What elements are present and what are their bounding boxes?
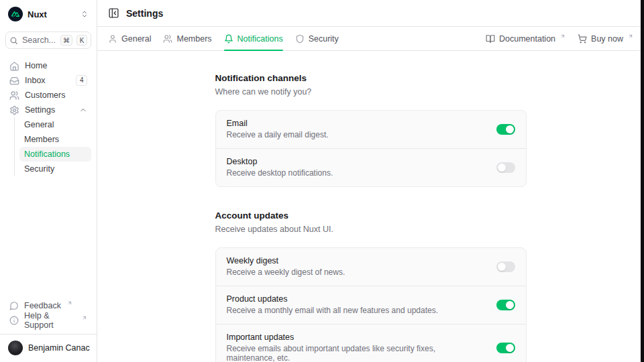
notification-setting-row: Email Receive a daily email digest. [216, 111, 526, 148]
notification-setting-row: Desktop Receive desktop notifications. [216, 148, 526, 186]
toggle-knob [498, 263, 506, 271]
toggle-knob [506, 344, 514, 352]
user-icon [108, 34, 117, 44]
sidebar-item-label: Feedback [24, 301, 61, 310]
section-title: Account updates [215, 210, 527, 221]
search-placeholder: Search... [22, 36, 56, 45]
toggle-switch[interactable] [496, 343, 515, 353]
tab-label: Members [176, 34, 211, 44]
settings-submenu: General Members Notifications Security [14, 117, 91, 176]
window-scrollbar[interactable] [641, 0, 644, 362]
sidebar-item-inbox[interactable]: Inbox 4 [5, 73, 91, 88]
workspace-name: Nuxt [28, 9, 47, 19]
bell-icon [224, 34, 233, 44]
row-text: Important updates Receive emails about i… [227, 333, 486, 362]
toggle-switch[interactable] [496, 124, 515, 135]
toggle-switch[interactable] [496, 261, 515, 272]
app-window: Nuxt Search... ⌘ K Home Inbox [0, 0, 644, 362]
sidebar-item-label: Help & Support [24, 311, 76, 330]
user-name: Benjamin Canac [28, 343, 90, 353]
sidebar-subitem-label: Notifications [24, 149, 70, 159]
row-label: Important updates [227, 333, 486, 342]
shield-icon [295, 34, 305, 44]
external-link-icon [628, 34, 633, 39]
section-title: Notification channels [215, 73, 527, 83]
users-icon [163, 34, 172, 44]
external-link-icon [82, 315, 87, 320]
section-description: Where can we notify you? [215, 87, 527, 97]
row-description: Receive emails about important updates l… [227, 344, 486, 362]
message-circle-icon [9, 301, 19, 310]
sidebar-subitem-notifications[interactable]: Notifications [19, 147, 91, 162]
toggle-knob [506, 125, 514, 133]
sidebar-item-label: Inbox [25, 76, 46, 85]
sidebar-item-label: Customers [25, 90, 65, 100]
sidebar-subitem-label: Members [24, 135, 59, 144]
row-label: Desktop [227, 157, 486, 166]
sidebar-item-home[interactable]: Home [5, 58, 91, 73]
sidebar-nav: Home Inbox 4 Customers Settings [5, 58, 91, 176]
settings-sections: Notification channels Where can we notif… [215, 73, 527, 362]
sidebar-item-settings[interactable]: Settings [5, 103, 91, 117]
sidebar-item-help-support[interactable]: Help & Support [5, 313, 91, 328]
sidebar-collapse-button[interactable] [108, 7, 119, 19]
toggle-switch[interactable] [496, 162, 515, 173]
external-link-icon [67, 300, 72, 306]
sidebar-subitem-label: Security [24, 164, 54, 174]
buy-now-button[interactable]: Buy now [578, 34, 633, 44]
row-text: Product updates Receive a monthly email … [227, 294, 486, 315]
sidebar-subitem-general[interactable]: General [19, 117, 91, 132]
notification-setting-row: Product updates Receive a monthly email … [216, 286, 526, 324]
gear-icon [9, 105, 19, 115]
tab-security[interactable]: Security [295, 27, 339, 50]
settings-tabs: General Members Notifications Security [97, 27, 644, 51]
inbox-count-badge: 4 [76, 75, 87, 86]
settings-section: Notification channels Where can we notif… [215, 73, 527, 187]
shopping-cart-icon [578, 34, 587, 44]
inbox-icon [9, 76, 19, 86]
row-text: Email Receive a daily email digest. [227, 119, 486, 139]
avatar [8, 341, 23, 355]
documentation-link[interactable]: Documentation [486, 34, 566, 44]
row-description: Receive desktop notifications. [227, 168, 486, 178]
settings-section: Account updates Receive updates about Nu… [215, 210, 527, 362]
info-circle-icon [9, 316, 19, 325]
sidebar-subitem-label: General [24, 120, 54, 129]
search-input[interactable]: Search... ⌘ K [5, 32, 91, 49]
page-header: Settings [97, 0, 644, 27]
row-label: Weekly digest [227, 256, 486, 265]
tab-label: General [121, 34, 151, 44]
sidebar-item-label: Home [25, 61, 47, 70]
section-card: Email Receive a daily email digest. Desk… [215, 110, 527, 187]
sidebar-subitem-security[interactable]: Security [19, 162, 91, 176]
kbd-cmd: ⌘ [60, 35, 72, 46]
chevron-up-icon [79, 106, 87, 114]
sidebar-item-customers[interactable]: Customers [5, 88, 91, 103]
tab-label: Security [309, 34, 339, 44]
tabs-actions: Documentation Buy now [486, 34, 633, 44]
main-panel: Settings General Members Notifications [97, 0, 644, 362]
tab-general[interactable]: General [108, 27, 151, 50]
toggle-switch[interactable] [496, 300, 515, 310]
row-text: Desktop Receive desktop notifications. [227, 157, 486, 178]
row-label: Email [227, 119, 486, 128]
page-title: Settings [126, 8, 163, 19]
tab-notifications[interactable]: Notifications [224, 27, 283, 50]
tab-label: Notifications [237, 34, 283, 44]
user-menu[interactable]: Benjamin Canac [5, 335, 91, 355]
toggle-knob [506, 301, 514, 309]
row-description: Receive a monthly email with all new fea… [227, 306, 486, 315]
settings-content: Notification channels Where can we notif… [97, 51, 644, 362]
tab-members[interactable]: Members [163, 27, 211, 50]
row-text: Weekly digest Receive a weekly digest of… [227, 256, 486, 277]
notification-setting-row: Weekly digest Receive a weekly digest of… [216, 248, 526, 286]
sidebar-subitem-members[interactable]: Members [19, 132, 91, 147]
nuxt-logo-icon [8, 7, 23, 21]
row-description: Receive a weekly digest of news. [227, 267, 486, 277]
kbd-k: K [76, 35, 87, 46]
action-label: Buy now [591, 34, 623, 44]
chevrons-up-down-icon [80, 10, 89, 18]
external-link-icon [560, 34, 566, 39]
row-label: Product updates [227, 294, 486, 304]
workspace-switcher[interactable]: Nuxt [5, 5, 91, 23]
